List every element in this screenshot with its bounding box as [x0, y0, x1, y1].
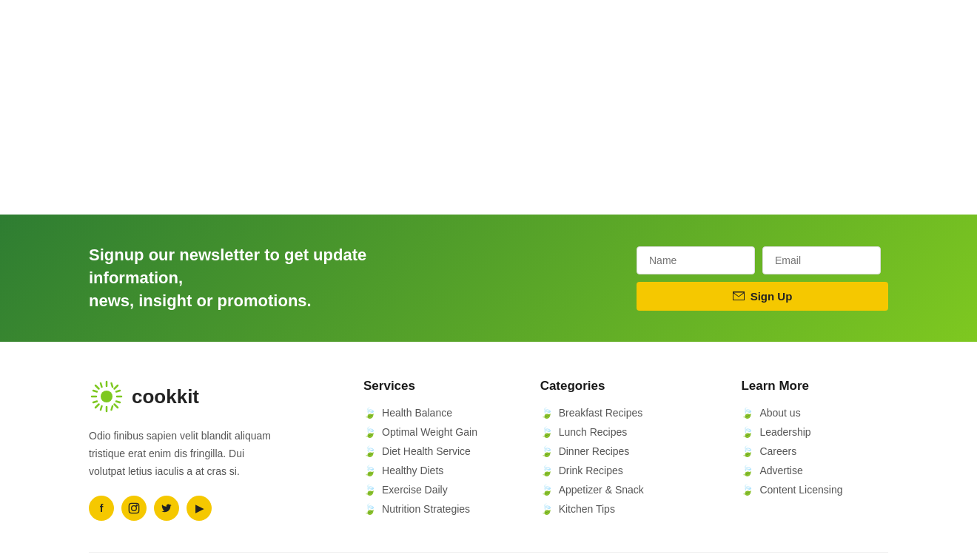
footer-description: Odio finibus sapien velit blandit aliqua… [89, 428, 281, 480]
category-link[interactable]: Breakfast Recipes [559, 407, 643, 419]
svg-point-19 [136, 505, 137, 505]
svg-rect-17 [129, 503, 138, 513]
learn-more-heading: Learn More [741, 379, 888, 394]
newsletter-text: Signup our newsletter to get update info… [89, 244, 444, 312]
footer: cookkit Odio finibus sapien velit blandi… [0, 342, 977, 560]
list-item: 🍃 Content Licensing [741, 484, 888, 496]
svg-line-12 [116, 402, 120, 403]
footer-logo: cookkit [89, 379, 334, 414]
service-link[interactable]: Healthy Diets [382, 465, 443, 476]
footer-col-categories: Categories 🍃 Breakfast Recipes 🍃 Lunch R… [540, 379, 712, 522]
leaf-icon: 🍃 [741, 407, 753, 419]
list-item: 🍃 Optimal Weight Gain [363, 426, 511, 438]
signup-button[interactable]: Sign Up [637, 282, 888, 311]
leaf-icon: 🍃 [540, 484, 553, 496]
svg-line-13 [93, 402, 97, 403]
email-input[interactable] [762, 246, 881, 274]
list-item: 🍃 Healthy Diets [363, 465, 511, 476]
newsletter-banner: Signup our newsletter to get update info… [0, 215, 977, 342]
service-link[interactable]: Diet Health Service [382, 445, 471, 457]
list-item: 🍃 Drink Recipes [540, 465, 712, 476]
svg-line-14 [116, 391, 120, 392]
svg-line-16 [112, 383, 113, 387]
list-item: 🍃 Leadership [741, 426, 888, 438]
learn-more-list: 🍃 About us 🍃 Leadership 🍃 Careers 🍃 Adve… [741, 407, 888, 496]
leaf-icon: 🍃 [741, 465, 753, 476]
learn-more-link[interactable]: Advertise [759, 465, 802, 476]
instagram-icon[interactable] [121, 496, 147, 521]
services-list: 🍃 Health Balance 🍃 Optimal Weight Gain 🍃… [363, 407, 511, 515]
learn-more-link[interactable]: About us [759, 407, 800, 419]
svg-point-18 [132, 505, 137, 510]
leaf-icon: 🍃 [741, 445, 753, 457]
categories-heading: Categories [540, 379, 712, 394]
leaf-icon: 🍃 [540, 407, 553, 419]
leaf-icon: 🍃 [741, 426, 753, 438]
newsletter-form: Sign Up [637, 246, 888, 311]
service-link[interactable]: Health Balance [382, 407, 452, 419]
leaf-icon: 🍃 [363, 426, 376, 438]
youtube-icon[interactable]: ▶ [187, 496, 212, 521]
newsletter-heading: Signup our newsletter to get update info… [89, 244, 444, 312]
svg-line-15 [101, 406, 102, 410]
svg-line-6 [115, 405, 118, 408]
social-icons: f ▶ [89, 496, 334, 521]
service-link[interactable]: Exercise Daily [382, 484, 448, 496]
category-link[interactable]: Appetizer & Snack [559, 484, 644, 496]
footer-col-services: Services 🍃 Health Balance 🍃 Optimal Weig… [363, 379, 511, 522]
svg-line-11 [93, 391, 97, 392]
envelope-icon [733, 291, 745, 300]
category-link[interactable]: Dinner Recipes [559, 445, 630, 457]
services-heading: Services [363, 379, 511, 394]
list-item: 🍃 Diet Health Service [363, 445, 511, 457]
svg-point-0 [101, 391, 113, 402]
name-input[interactable] [637, 246, 755, 274]
svg-line-10 [112, 406, 113, 410]
learn-more-link[interactable]: Careers [759, 445, 796, 457]
newsletter-inputs [637, 246, 888, 274]
svg-line-8 [95, 405, 99, 408]
twitter-icon[interactable] [154, 496, 179, 521]
list-item: 🍃 About us [741, 407, 888, 419]
list-item: 🍃 Kitchen Tips [540, 503, 712, 515]
leaf-icon: 🍃 [741, 484, 753, 496]
list-item: 🍃 Nutrition Strategies [363, 503, 511, 515]
logo-text: cookkit [132, 385, 199, 408]
top-white-area [0, 0, 977, 215]
svg-line-5 [95, 385, 99, 389]
footer-brand: cookkit Odio finibus sapien velit blandi… [89, 379, 334, 522]
leaf-icon: 🍃 [540, 426, 553, 438]
list-item: 🍃 Advertise [741, 465, 888, 476]
svg-line-9 [101, 383, 102, 387]
leaf-icon: 🍃 [540, 445, 553, 457]
leaf-icon: 🍃 [363, 445, 376, 457]
list-item: 🍃 Dinner Recipes [540, 445, 712, 457]
list-item: 🍃 Lunch Recipes [540, 426, 712, 438]
leaf-icon: 🍃 [540, 503, 553, 515]
leaf-icon: 🍃 [363, 465, 376, 476]
service-link[interactable]: Optimal Weight Gain [382, 426, 477, 438]
logo-icon [89, 379, 124, 414]
category-link[interactable]: Kitchen Tips [559, 503, 615, 515]
leaf-icon: 🍃 [363, 503, 376, 515]
list-item: 🍃 Breakfast Recipes [540, 407, 712, 419]
footer-col-learn-more: Learn More 🍃 About us 🍃 Leadership 🍃 Car… [741, 379, 888, 522]
leaf-icon: 🍃 [363, 484, 376, 496]
service-link[interactable]: Nutrition Strategies [382, 503, 470, 515]
facebook-icon[interactable]: f [89, 496, 114, 521]
list-item: 🍃 Careers [741, 445, 888, 457]
leaf-icon: 🍃 [540, 465, 553, 476]
footer-bottom: Copyright © 2024 Cookkit. All rights res… [89, 552, 888, 560]
category-link[interactable]: Lunch Recipes [559, 426, 628, 438]
categories-list: 🍃 Breakfast Recipes 🍃 Lunch Recipes 🍃 Di… [540, 407, 712, 515]
category-link[interactable]: Drink Recipes [559, 465, 623, 476]
leaf-icon: 🍃 [363, 407, 376, 419]
list-item: 🍃 Health Balance [363, 407, 511, 419]
footer-grid: cookkit Odio finibus sapien velit blandi… [89, 379, 888, 552]
learn-more-link[interactable]: Content Licensing [759, 484, 842, 496]
svg-line-7 [115, 385, 118, 389]
list-item: 🍃 Exercise Daily [363, 484, 511, 496]
list-item: 🍃 Appetizer & Snack [540, 484, 712, 496]
learn-more-link[interactable]: Leadership [759, 426, 810, 438]
